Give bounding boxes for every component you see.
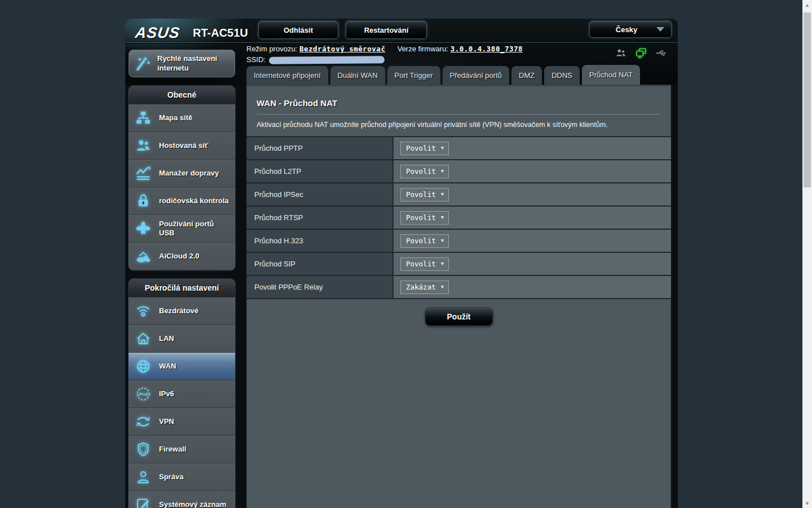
sidebar-item-firewall[interactable]: Firewall (129, 436, 235, 463)
table-row: Povolit PPPoE Relay Zakázat ▼ (246, 276, 671, 299)
administration-icon (135, 468, 152, 485)
sidebar-item-vpn[interactable]: VPN (129, 408, 235, 436)
sidebar-item-guest-network[interactable]: Hostovaná síť (129, 132, 235, 160)
section-items: Mapa sítě Hostovaná síť Manažer dopravy … (129, 104, 235, 270)
header-divider (125, 42, 678, 43)
sidebar-item-aicloud[interactable]: AiCloud 2.0 (129, 243, 235, 270)
sidebar-item-traffic-manager[interactable]: Manažer dopravy (129, 160, 235, 187)
sidebar-item-network-map[interactable]: Mapa sítě (129, 104, 235, 132)
tab-bar: Internetové připojeníDuální WANPort Trig… (246, 65, 642, 85)
scroll-down-icon[interactable]: ▼ (802, 498, 812, 508)
main-content: WAN - Průchod NAT Aktivací průchodu NAT … (246, 85, 671, 508)
status-icons (615, 47, 668, 59)
sidebar-item-label: Mapa sítě (159, 113, 192, 122)
tab-ddns[interactable]: DDNS (544, 66, 580, 85)
row-label: Průchod PPTP (246, 137, 394, 159)
firmware-version-link[interactable]: 3.0.0.4.380_7378 (451, 45, 523, 53)
tab-dmz[interactable]: DMZ (511, 66, 542, 85)
sidebar-item-label: Firewall (159, 445, 186, 454)
sidebar: Rychlé nastavení internetu Obecné Mapa s… (129, 50, 235, 508)
aicloud-icon (135, 248, 152, 265)
vpn-icon (135, 413, 152, 430)
sidebar-item-label: VPN (159, 417, 174, 426)
section-title: Obecné (129, 86, 235, 104)
tab-nat-passthrough[interactable]: Průchod NAT (582, 65, 640, 85)
chevron-down-icon: ▼ (441, 191, 444, 197)
guest-network-icon (135, 137, 152, 154)
traffic-manager-icon (135, 165, 152, 182)
chevron-down-icon (656, 27, 664, 32)
clients-icon[interactable] (615, 47, 627, 59)
tab-port-forwarding[interactable]: Předávání portů (443, 66, 510, 85)
table-row: Průchod RTSP Povolit ▼ (246, 207, 671, 230)
svg-text:IPv6: IPv6 (139, 392, 148, 397)
quick-setup-button[interactable]: Rychlé nastavení internetu (129, 50, 235, 77)
sidebar-item-administration[interactable]: Správa (129, 463, 235, 491)
ssid-value-redacted (269, 56, 385, 64)
select-sip[interactable]: Povolit ▼ (400, 257, 449, 271)
sidebar-item-label: Manažer dopravy (159, 169, 219, 178)
wireless-icon (135, 303, 152, 319)
page-title: WAN - Průchod NAT (246, 85, 671, 108)
tab-dual-wan[interactable]: Duální WAN (330, 66, 385, 85)
sidebar-item-lan[interactable]: LAN (129, 325, 235, 353)
ipv6-icon: IPv6 (135, 386, 152, 402)
ssid-label: SSID: (246, 55, 266, 64)
usb-icon[interactable] (655, 47, 668, 59)
row-label: Průchod L2TP (246, 160, 394, 182)
sidebar-item-label: rodičovská kontrola (159, 196, 229, 205)
reboot-button[interactable]: Restartování (346, 21, 427, 39)
section-title: Pokročilá nastavení (129, 279, 235, 297)
sidebar-item-system-log[interactable]: Systémový záznam (129, 491, 235, 508)
sidebar-sections: Obecné Mapa sítě Hostovaná síť Manažer d… (129, 86, 235, 508)
router-info: Režim provozu: Bezdrátový směrovač Verze… (246, 45, 523, 66)
sidebar-item-label: Bezdrátové (159, 306, 198, 316)
operation-mode-link[interactable]: Bezdrátový směrovač (299, 45, 386, 53)
chevron-down-icon: ▼ (441, 168, 444, 174)
chevron-down-icon: ▼ (441, 261, 444, 266)
sidebar-item-label: LAN (159, 334, 174, 343)
sidebar-section: Pokročilá nastavení Bezdrátové LAN WAN I… (129, 279, 235, 508)
network-status-icon[interactable] (635, 47, 647, 59)
table-row: Průchod PPTP Povolit ▼ (246, 137, 671, 160)
section-items: Bezdrátové LAN WAN IPv6 IPv6 VPN Firewal… (129, 297, 235, 508)
sidebar-item-label: AiCloud 2.0 (159, 252, 200, 261)
lan-icon (135, 330, 152, 347)
scrollbar-thumb[interactable] (804, 12, 811, 187)
table-row: Průchod H.323 Povolit ▼ (246, 230, 671, 253)
language-select[interactable]: Česky (589, 21, 672, 38)
sidebar-item-label: IPv6 (159, 389, 174, 398)
row-label: Průchod SIP (246, 253, 394, 275)
row-label: Průchod IPSec (246, 183, 394, 205)
quick-setup-label: Rychlé nastavení internetu (157, 54, 230, 73)
tab-internet-connection[interactable]: Internetové připojení (246, 66, 328, 85)
sidebar-item-usb-application[interactable]: Používání portů USB (129, 215, 235, 243)
tab-port-trigger[interactable]: Port Trigger (387, 66, 440, 85)
select-rtsp[interactable]: Povolit ▼ (400, 211, 449, 225)
row-label: Povolit PPPoE Relay (246, 276, 394, 298)
wan-icon (135, 358, 152, 375)
apply-button[interactable]: Použít (425, 308, 493, 326)
scrollbar[interactable]: ▲ ▼ (802, 0, 812, 508)
chevron-down-icon: ▼ (441, 214, 444, 220)
select-h323[interactable]: Povolit ▼ (400, 234, 449, 248)
page-description: Aktivací průchodu NAT umožníte průchod p… (246, 115, 671, 129)
logout-button[interactable]: Odhlásit (258, 21, 338, 39)
nat-passthrough-table: Průchod PPTP Povolit ▼ Průchod L2TP Povo… (246, 136, 671, 299)
row-label: Průchod H.323 (246, 230, 394, 252)
table-row: Průchod SIP Povolit ▼ (246, 253, 671, 276)
sidebar-item-label: Hostovaná síť (159, 141, 208, 150)
select-pppoe-relay[interactable]: Zakázat ▼ (400, 281, 449, 294)
sidebar-item-wireless[interactable]: Bezdrátové (129, 297, 235, 325)
scroll-up-icon[interactable]: ▲ (802, 0, 812, 10)
sidebar-item-parental-control[interactable]: rodičovská kontrola (129, 187, 235, 215)
sidebar-item-ipv6[interactable]: IPv6 IPv6 (129, 380, 235, 408)
select-l2tp[interactable]: Povolit ▼ (400, 165, 449, 178)
sidebar-section: Obecné Mapa sítě Hostovaná síť Manažer d… (129, 86, 235, 270)
select-ipsec[interactable]: Povolit ▼ (400, 188, 449, 202)
firmware-label: Verze firmwaru: (398, 45, 448, 53)
network-map-icon (135, 110, 152, 126)
select-pptp[interactable]: Povolit ▼ (400, 142, 449, 155)
table-row: Průchod L2TP Povolit ▼ (246, 160, 671, 183)
sidebar-item-wan[interactable]: WAN (129, 353, 235, 380)
